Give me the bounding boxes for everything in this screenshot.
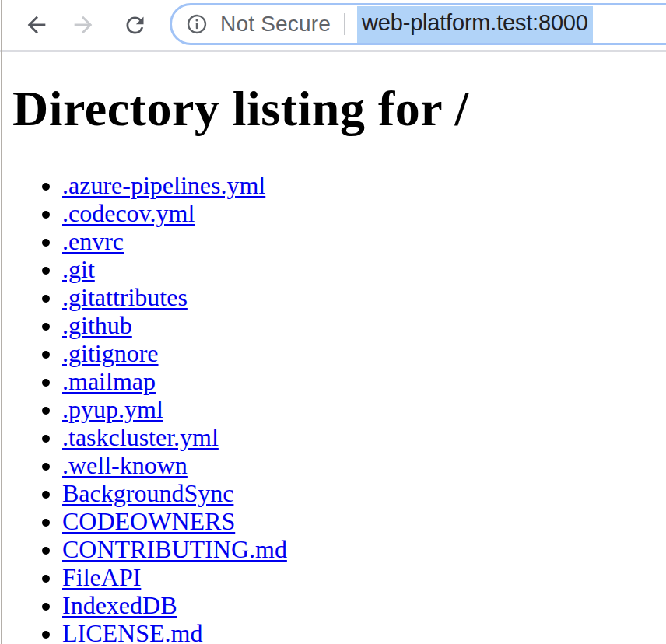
page-title: Directory listing for / [12,80,654,138]
list-item: .well-known [62,451,654,479]
file-link[interactable]: .gitignore [62,339,159,367]
file-link[interactable]: .taskcluster.yml [62,423,219,451]
info-circle-icon[interactable] [186,13,208,35]
file-link[interactable]: .pyup.yml [62,395,163,423]
security-status-label[interactable]: Not Secure [220,12,331,37]
list-item: .github [62,311,654,339]
list-item: LICENSE.md [62,619,654,644]
forward-button[interactable] [70,12,96,38]
file-link[interactable]: CONTRIBUTING.md [62,535,287,563]
list-item: .pyup.yml [62,395,654,423]
omnibox-divider [344,13,345,35]
file-link[interactable]: IndexedDB [62,591,177,619]
url-text[interactable]: web-platform.test:8000 [362,10,588,35]
window-left-edge [1,0,2,644]
file-link[interactable]: .codecov.yml [62,199,195,227]
url-selection-highlight: web-platform.test:8000 [357,6,593,43]
back-button[interactable] [23,12,50,38]
file-link[interactable]: FileAPI [62,563,141,591]
file-link[interactable]: .gitattributes [62,283,188,311]
list-item: BackgroundSync [62,479,654,507]
list-item: CONTRIBUTING.md [62,535,654,563]
refresh-icon [122,12,148,38]
list-item: CODEOWNERS [62,507,654,535]
file-list: .azure-pipelines.yml .codecov.yml .envrc… [12,171,654,644]
file-link[interactable]: .mailmap [62,367,156,395]
list-item: .azure-pipelines.yml [62,171,654,199]
directory-listing-page: Directory listing for / .azure-pipelines… [0,80,666,644]
address-bar[interactable]: Not Secure web-platform.test:8000 [170,3,666,45]
list-item: .gitignore [62,339,654,367]
file-link[interactable]: .azure-pipelines.yml [62,171,265,199]
file-link[interactable]: CODEOWNERS [62,507,235,535]
list-item: .mailmap [62,367,654,395]
list-item: IndexedDB [62,591,654,619]
arrow-right-icon [70,12,96,38]
reload-button[interactable] [121,12,148,38]
browser-toolbar: Not Secure web-platform.test:8000 [0,0,666,52]
arrow-left-icon [23,12,50,38]
list-item: FileAPI [62,563,654,591]
list-item: .envrc [62,227,654,255]
file-link[interactable]: LICENSE.md [62,619,202,644]
list-item: .codecov.yml [62,199,654,227]
file-link[interactable]: .github [62,311,132,339]
list-item: .taskcluster.yml [62,423,654,451]
list-item: .gitattributes [62,283,654,311]
file-link[interactable]: .envrc [62,227,124,255]
file-link[interactable]: BackgroundSync [62,479,233,507]
list-item: .git [62,255,654,283]
file-link[interactable]: .git [62,255,95,283]
file-link[interactable]: .well-known [62,451,188,479]
